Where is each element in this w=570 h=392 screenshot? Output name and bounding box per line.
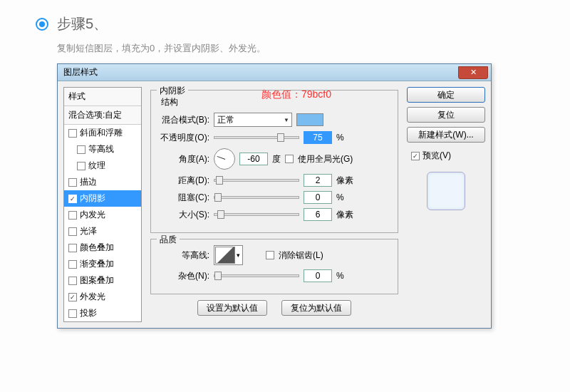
set-default-button[interactable]: 设置为默认值: [197, 300, 267, 316]
color-swatch[interactable]: [296, 113, 323, 126]
noise-label: 杂色(N):: [158, 270, 209, 282]
slider-thumb-icon[interactable]: [217, 210, 224, 219]
checkbox-icon[interactable]: [68, 244, 77, 252]
opacity-label: 不透明度(O):: [158, 132, 209, 144]
blend-mode-label: 混合模式(B):: [158, 114, 209, 126]
main-panel: 颜色值：79bcf0 内阴影 结构 混合模式(B): 正常 不透明度(O): %: [147, 87, 401, 322]
antialias-checkbox[interactable]: [266, 251, 274, 259]
global-light-checkbox[interactable]: [285, 155, 294, 163]
sidebar-item-inner-glow[interactable]: 内发光: [64, 207, 141, 223]
size-label: 大小(S):: [158, 209, 209, 221]
step-description: 复制短信图层，填充为0，并设置内阴影、外发光。: [57, 42, 534, 55]
choke-slider[interactable]: [214, 196, 299, 199]
group-title: 内阴影: [157, 85, 188, 97]
contour-swatch-icon: [215, 247, 235, 264]
new-style-button[interactable]: 新建样式(W)...: [407, 127, 485, 143]
sidebar-item-texture[interactable]: 纹理: [64, 158, 141, 174]
cancel-button[interactable]: 复位: [407, 107, 485, 123]
styles-sidebar: 样式 混合选项:自定 斜面和浮雕 等高线 纹理 描边 内阴影 内发光 光泽 颜色…: [63, 87, 142, 322]
angle-input[interactable]: [239, 153, 268, 165]
noise-input[interactable]: [304, 269, 332, 282]
checkbox-icon[interactable]: [77, 162, 86, 170]
quality-group: 品质 等高线: 消除锯齿(L) 杂色(N): %: [150, 239, 398, 294]
inner-shadow-group: 内阴影 结构 混合模式(B): 正常 不透明度(O): % 角度(: [150, 90, 398, 233]
opacity-unit: %: [336, 133, 344, 143]
contour-label: 等高线:: [158, 249, 209, 262]
sidebar-item-inner-shadow[interactable]: 内阴影: [64, 190, 141, 207]
sidebar-item-color-overlay[interactable]: 颜色叠加: [64, 239, 141, 256]
noise-slider[interactable]: [214, 274, 299, 277]
ok-button[interactable]: 确定: [407, 87, 485, 103]
step-title: 步骤5、: [57, 14, 108, 33]
choke-input[interactable]: [304, 191, 332, 204]
distance-unit: 像素: [336, 175, 353, 187]
sidebar-item-contour[interactable]: 等高线: [64, 141, 141, 158]
dialog-title: 图层样式: [63, 66, 98, 78]
opacity-slider[interactable]: [214, 136, 299, 139]
checkbox-icon[interactable]: [68, 293, 77, 301]
checkbox-icon[interactable]: [68, 178, 77, 187]
preview-thumbnail: [427, 172, 465, 210]
checkbox-icon[interactable]: [77, 145, 86, 154]
right-panel: 确定 复位 新建样式(W)... 预览(V): [407, 87, 485, 322]
size-input[interactable]: [304, 208, 332, 221]
antialias-label: 消除锯齿(L): [279, 249, 323, 262]
close-button[interactable]: ✕: [458, 66, 488, 79]
distance-input[interactable]: [304, 174, 332, 187]
slider-thumb-icon[interactable]: [277, 133, 284, 142]
layer-style-dialog: 图层样式 ✕ 样式 混合选项:自定 斜面和浮雕 等高线 纹理 描边 内阴影 内发…: [57, 63, 492, 329]
quality-title: 品质: [157, 234, 180, 246]
checkbox-icon[interactable]: [68, 227, 77, 236]
checkbox-icon[interactable]: [68, 211, 77, 220]
structure-title: 结构: [161, 96, 390, 108]
sidebar-item-outer-glow[interactable]: 外发光: [64, 289, 141, 305]
angle-unit: 度: [272, 153, 281, 165]
noise-unit: %: [336, 271, 344, 281]
checkbox-icon[interactable]: [68, 277, 77, 285]
sidebar-item-bevel[interactable]: 斜面和浮雕: [64, 125, 141, 141]
size-unit: 像素: [336, 209, 353, 221]
distance-label: 距离(D):: [158, 175, 209, 187]
choke-label: 阻塞(C):: [158, 192, 209, 204]
blend-mode-dropdown[interactable]: 正常: [214, 113, 292, 127]
opacity-input[interactable]: [304, 131, 332, 144]
sidebar-item-satin[interactable]: 光泽: [64, 223, 141, 239]
sidebar-item-pattern-overlay[interactable]: 图案叠加: [64, 272, 141, 289]
checkbox-icon[interactable]: [68, 129, 77, 138]
sidebar-item-gradient-overlay[interactable]: 渐变叠加: [64, 256, 141, 272]
sidebar-header[interactable]: 样式: [64, 88, 141, 106]
checkbox-icon[interactable]: [68, 195, 77, 203]
slider-thumb-icon[interactable]: [214, 193, 222, 202]
distance-slider[interactable]: [214, 179, 299, 182]
sidebar-item-drop-shadow[interactable]: 投影: [64, 305, 141, 321]
angle-label: 角度(A):: [158, 153, 209, 165]
sidebar-subheader[interactable]: 混合选项:自定: [64, 106, 141, 125]
checkbox-icon[interactable]: [68, 260, 77, 269]
choke-unit: %: [336, 192, 344, 202]
contour-picker[interactable]: [214, 245, 243, 265]
reset-default-button[interactable]: 复位为默认值: [281, 300, 351, 316]
checkbox-icon[interactable]: [68, 309, 77, 318]
dialog-titlebar[interactable]: 图层样式 ✕: [58, 64, 491, 81]
step-bullet-icon: [36, 18, 48, 31]
preview-checkbox[interactable]: [411, 152, 420, 160]
sidebar-item-stroke[interactable]: 描边: [64, 174, 141, 190]
slider-thumb-icon[interactable]: [216, 176, 223, 185]
preview-label: 预览(V): [423, 150, 451, 162]
angle-dial[interactable]: [214, 148, 235, 170]
size-slider[interactable]: [214, 213, 299, 216]
global-light-label: 使用全局光(G): [298, 153, 353, 165]
slider-thumb-icon[interactable]: [214, 272, 222, 280]
